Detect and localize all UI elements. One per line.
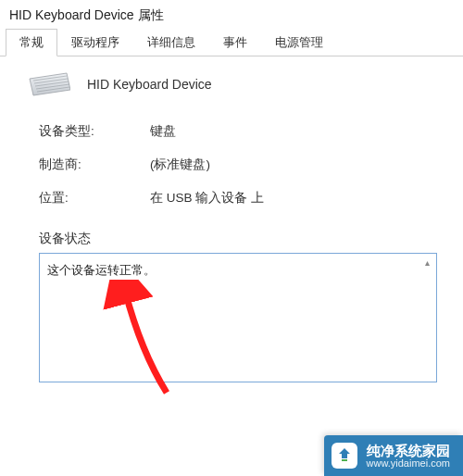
info-label-manufacturer: 制造商: xyxy=(39,157,150,173)
info-value-location: 在 USB 输入设备 上 xyxy=(150,190,264,207)
tab-panel-general: HID Keyboard Device 设备类型: 键盘 制造商: (标准键盘)… xyxy=(0,56,463,392)
tab-general[interactable]: 常规 xyxy=(6,29,57,56)
info-value-type: 键盘 xyxy=(150,123,176,140)
watermark-brand: 纯净系统家园 xyxy=(367,443,450,458)
watermark: 纯净系统家园 www.yidaimei.com xyxy=(324,435,463,476)
watermark-url: www.yidaimei.com xyxy=(367,457,450,470)
info-label-location: 位置: xyxy=(39,190,150,207)
svg-rect-6 xyxy=(342,459,347,461)
tab-driver[interactable]: 驱动程序 xyxy=(57,29,133,56)
tab-events[interactable]: 事件 xyxy=(209,29,261,56)
tab-details[interactable]: 详细信息 xyxy=(133,29,209,56)
device-header: HID Keyboard Device xyxy=(20,71,443,97)
status-text: 这个设备运转正常。 xyxy=(47,263,156,277)
status-label: 设备状态 xyxy=(39,231,443,247)
status-textbox[interactable]: 这个设备运转正常。 ▴ xyxy=(39,253,437,382)
info-label-type: 设备类型: xyxy=(39,123,150,140)
status-section: 设备状态 这个设备运转正常。 ▴ xyxy=(20,231,443,382)
info-row-location: 位置: 在 USB 输入设备 上 xyxy=(39,190,443,207)
device-info: 设备类型: 键盘 制造商: (标准键盘) 位置: 在 USB 输入设备 上 xyxy=(20,123,443,207)
info-row-type: 设备类型: 键盘 xyxy=(39,123,443,140)
info-row-manufacturer: 制造商: (标准键盘) xyxy=(39,157,443,173)
device-name: HID Keyboard Device xyxy=(87,77,212,92)
keyboard-icon xyxy=(26,71,70,97)
window-title: HID Keyboard Device 属性 xyxy=(0,0,463,30)
tabs-bar: 常规 驱动程序 详细信息 事件 电源管理 xyxy=(0,30,463,56)
tab-power[interactable]: 电源管理 xyxy=(261,29,337,56)
info-value-manufacturer: (标准键盘) xyxy=(150,157,210,173)
watermark-logo-icon xyxy=(332,443,357,469)
scroll-up-icon[interactable]: ▴ xyxy=(419,256,434,270)
